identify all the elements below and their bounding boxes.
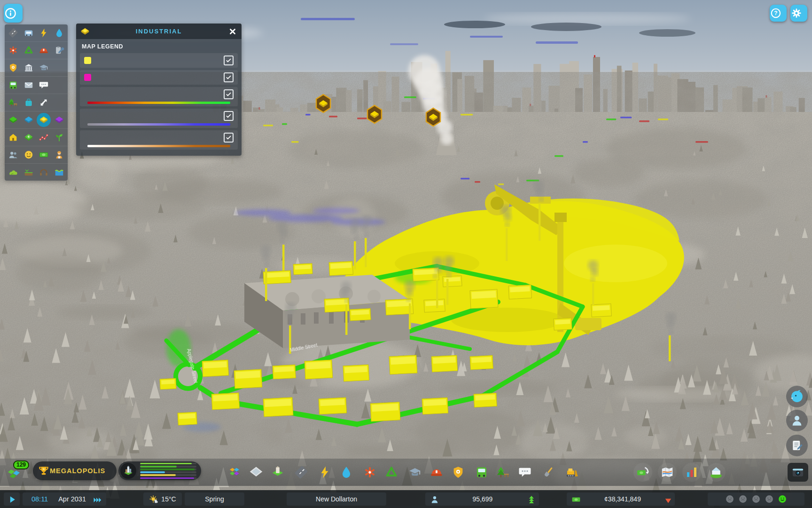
- journal-button[interactable]: [786, 435, 808, 456]
- toolbar-statistics-button[interactable]: [682, 463, 701, 482]
- industrial-zone-marker[interactable]: [367, 105, 382, 123]
- toolbar-police-button[interactable]: [450, 464, 466, 480]
- close-icon[interactable]: [227, 26, 238, 37]
- photo-mode-button[interactable]: [788, 463, 808, 482]
- toolbar-areas-button[interactable]: [248, 464, 264, 480]
- infoview-residential-map[interactable]: [6, 130, 20, 144]
- time-date-display: 08:11 Apr 2031: [23, 492, 95, 506]
- progress-bars: [140, 463, 196, 479]
- infoview-administration[interactable]: [22, 61, 36, 75]
- infoview-soil-pollution[interactable]: [22, 165, 36, 179]
- progress-bar: [140, 477, 196, 479]
- milestone-button[interactable]: MEGALOPOLIS: [33, 461, 117, 480]
- map-tiles-button[interactable]: 129: [6, 462, 26, 481]
- toolbar-city-information-button[interactable]: [707, 463, 726, 482]
- toolbar-water-button[interactable]: [338, 464, 354, 480]
- tourism-icon: [23, 97, 34, 108]
- population-display[interactable]: 95,699: [425, 492, 539, 506]
- chirper-button[interactable]: [786, 386, 808, 407]
- toolbar-healthcare-button[interactable]: [362, 464, 378, 480]
- infoview-post[interactable]: [22, 78, 36, 92]
- infoview-police[interactable]: [6, 61, 20, 75]
- garbage-icon: [23, 45, 34, 56]
- infoview-workplaces[interactable]: [52, 148, 66, 162]
- toolbar-fire-rescue-button[interactable]: [429, 464, 445, 480]
- citizen-lifepath-button[interactable]: [786, 410, 808, 431]
- toolbar-bulldozer-button[interactable]: [564, 464, 580, 480]
- legend-checkbox[interactable]: [224, 72, 234, 82]
- toolbar-education-button[interactable]: [407, 464, 423, 480]
- milestone-name: MEGALOPOLIS: [50, 467, 105, 475]
- legend-checkbox[interactable]: [224, 111, 234, 121]
- statistics-icon: [685, 465, 699, 479]
- industrial-zone-marker[interactable]: [426, 108, 440, 126]
- gear-icon: [790, 7, 807, 19]
- money-display[interactable]: ¢38,341,849: [567, 492, 675, 506]
- simulation-speed-button[interactable]: [89, 492, 106, 506]
- population-value: 95,699: [438, 495, 527, 503]
- water-icon: [339, 465, 353, 479]
- parks-recreation-icon: [8, 97, 18, 108]
- police-icon: [451, 465, 465, 479]
- infoview-routes[interactable]: [37, 130, 51, 144]
- legend-checkbox[interactable]: [224, 89, 234, 99]
- infoview-tourism[interactable]: [22, 95, 36, 110]
- info-button[interactable]: [4, 4, 23, 23]
- infoview-maintenance[interactable]: [52, 43, 66, 57]
- infoview-transportation[interactable]: [6, 78, 20, 92]
- infoview-parks-recreation[interactable]: [6, 95, 20, 110]
- infoview-roads[interactable]: [6, 26, 20, 40]
- panel-title: INDUSTRIAL: [90, 28, 227, 35]
- infoview-garbage[interactable]: [22, 43, 36, 57]
- maintenance-icon: [54, 45, 64, 56]
- toolbar-electricity-button[interactable]: [317, 464, 333, 480]
- infoview-traffic[interactable]: [22, 26, 36, 40]
- infoview-communications[interactable]: [37, 78, 51, 92]
- infoview-healthcare[interactable]: [6, 43, 20, 57]
- infoview-ground-pollution[interactable]: [6, 165, 20, 179]
- infoview-land-value[interactable]: ¢: [22, 130, 36, 144]
- electricity-icon: [318, 465, 332, 479]
- toolbar-garbage-button[interactable]: [383, 464, 399, 480]
- cash-icon: [571, 495, 582, 503]
- toolbar-parks-recreation-button[interactable]: [495, 464, 511, 480]
- play-pause-button[interactable]: [4, 492, 20, 506]
- infoview-population[interactable]: [6, 148, 20, 162]
- city-progress-button[interactable]: [118, 461, 201, 480]
- infoview-outside-connections[interactable]: [37, 95, 51, 110]
- clock: 08:11: [31, 495, 48, 503]
- infoview-noise-pollution[interactable]: [37, 165, 51, 179]
- infoview-office-map[interactable]: [52, 113, 66, 127]
- legend-checkbox[interactable]: [224, 56, 234, 65]
- toolbar-transportation-button[interactable]: [474, 464, 490, 480]
- legend-row: [80, 53, 238, 68]
- toolbar-economy-button[interactable]: [633, 463, 652, 482]
- map-legend-heading: MAP LEGEND: [76, 39, 242, 53]
- land-value-icon: ¢: [23, 132, 34, 143]
- infoview-water[interactable]: [52, 26, 66, 40]
- infoview-industrial-map[interactable]: [37, 113, 51, 127]
- infoview-water-pollution[interactable]: [52, 165, 66, 179]
- toolbar-zones-button[interactable]: [226, 464, 242, 480]
- noise-pollution-icon: [39, 167, 49, 177]
- infoview-happiness[interactable]: [22, 148, 36, 162]
- toolbar-map-tiles-button[interactable]: [658, 463, 677, 482]
- main-toolbar: 129 MEGALOPOLIS: [0, 459, 812, 486]
- trophy-icon: [38, 465, 50, 477]
- toolbar-signature-buildings-button[interactable]: [270, 464, 286, 480]
- infoview-greenery-map[interactable]: [6, 113, 20, 127]
- happiness-display[interactable]: [708, 492, 804, 506]
- help-button[interactable]: ?: [770, 5, 787, 22]
- toolbar-roads-button[interactable]: [293, 464, 309, 480]
- infoview-electricity[interactable]: [37, 26, 51, 40]
- infoview-money[interactable]: [37, 148, 51, 162]
- infoview-education[interactable]: [37, 61, 51, 75]
- infoview-water-map[interactable]: [22, 113, 36, 127]
- infoview-fire-rescue[interactable]: [37, 43, 51, 57]
- toolbar-communications-button[interactable]: [517, 464, 533, 480]
- toolbar-landscaping-button[interactable]: [540, 464, 556, 480]
- infoview-growth[interactable]: [52, 130, 66, 144]
- industrial-zone-marker[interactable]: [316, 95, 330, 112]
- legend-checkbox[interactable]: [224, 133, 234, 143]
- settings-button[interactable]: [790, 5, 807, 22]
